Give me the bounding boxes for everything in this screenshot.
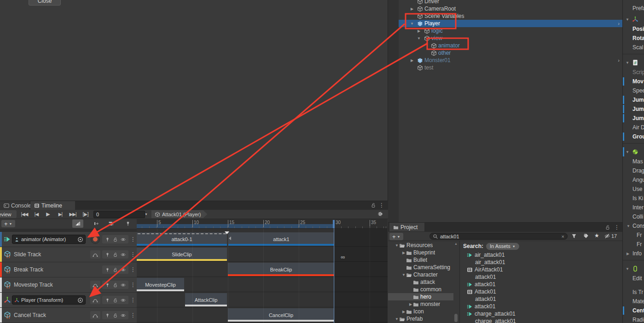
search-result-attack01[interactable]: Attack01: [460, 288, 622, 295]
hierarchy-item-animator[interactable]: animator: [399, 42, 622, 49]
clip-attackclip[interactable]: AttackClip: [185, 293, 227, 306]
foldout-right-icon[interactable]: ▶: [627, 252, 629, 256]
inspector-field-cons[interactable]: ▼Cons: [623, 221, 644, 231]
mute-eye-icon[interactable]: [121, 298, 126, 303]
clip-breakclip[interactable]: BreakClip: [228, 263, 334, 276]
preview-toggle[interactable]: Preview: [0, 210, 17, 218]
lock-icon[interactable]: [113, 267, 118, 272]
folder-item-prefab[interactable]: ▼Prefab: [388, 315, 453, 323]
tab-timeline[interactable]: Timeline: [30, 201, 75, 210]
lock-icon[interactable]: [113, 237, 118, 242]
search-result-airattack01[interactable]: AirAttack01: [460, 266, 622, 273]
search-result-attack01[interactable]: attack01: [460, 303, 622, 310]
next-frame-button[interactable]: ▶|: [55, 210, 65, 218]
search-result-attack01[interactable]: attack01: [460, 273, 622, 281]
hidden-count-eye-icon[interactable]: [604, 233, 610, 239]
hierarchy-item-cameraroot[interactable]: ▶CameraRoot: [399, 5, 622, 12]
mute-eye-icon[interactable]: [121, 267, 126, 272]
ripple-mode-button[interactable]: [91, 219, 102, 228]
track-binding-field[interactable]: animator (Animator): [12, 235, 86, 244]
track-header-cancel-track[interactable]: {}Cancel Track⋮: [0, 308, 137, 323]
timeline-end-marker[interactable]: [333, 220, 335, 228]
scrollbar-thumb[interactable]: [454, 314, 458, 322]
hierarchy-item-other[interactable]: other: [399, 49, 622, 57]
timeline-breadcrumb[interactable]: Attack01 (Player): [151, 210, 207, 218]
component-header-capsule[interactable]: ▼: [623, 264, 644, 274]
tree-scrollbar[interactable]: ▲: [454, 242, 458, 322]
track-kebab-icon[interactable]: ⋮: [130, 267, 136, 272]
clip-slideclip[interactable]: SlideClip: [137, 248, 227, 261]
replace-mode-button[interactable]: [105, 219, 116, 228]
track-binding-field[interactable]: Player (Transform): [12, 295, 86, 305]
lock-icon[interactable]: [605, 225, 610, 230]
foldout-down-icon[interactable]: ▼: [627, 224, 630, 228]
clip-attack1[interactable]: attack1: [228, 232, 334, 246]
hierarchy-item-player[interactable]: ▼Player›: [399, 20, 622, 27]
pin-icon[interactable]: [105, 298, 110, 303]
folder-item-camerasetting[interactable]: CameraSetting: [388, 264, 453, 271]
track-kebab-icon[interactable]: ⋮: [130, 297, 136, 303]
track-header-animator-animator-[interactable]: animator (Animator)⋮: [0, 232, 137, 247]
object-picker-target-icon[interactable]: [77, 297, 83, 303]
curves-toggle-button[interactable]: [90, 250, 100, 259]
play-range-button[interactable]: [▶]: [80, 210, 91, 218]
add-asset-button[interactable]: +▼: [389, 233, 403, 240]
folder-item-blueprint[interactable]: ▶Blueprint: [388, 249, 453, 256]
folder-item-bullet[interactable]: Bullet: [388, 256, 453, 264]
component-header-script[interactable]: ▼#: [623, 58, 644, 68]
prefab-open-chevron-icon[interactable]: ›: [618, 58, 620, 63]
foldout-down-icon[interactable]: ▼: [626, 150, 630, 154]
hierarchy-item-monster01[interactable]: ▶Monster01›: [399, 57, 622, 64]
frame-dropdown-caret[interactable]: ▼: [143, 210, 149, 218]
previous-frame-button[interactable]: |◀: [31, 210, 41, 218]
object-picker-target-icon[interactable]: [77, 236, 83, 242]
foldout-down-icon[interactable]: ▼: [401, 273, 406, 277]
folder-item-attack[interactable]: attack: [388, 278, 453, 286]
foldout-down-icon[interactable]: ▼: [626, 17, 630, 22]
pin-icon[interactable]: [105, 237, 110, 242]
track-header-player-transform-[interactable]: Player (Transform)⋮: [0, 293, 137, 307]
pin-icon[interactable]: [105, 252, 110, 257]
clear-search-icon[interactable]: ×: [562, 234, 564, 239]
track-kebab-icon[interactable]: ⋮: [130, 312, 136, 318]
pin-icon[interactable]: [105, 313, 110, 318]
foldout-right-icon[interactable]: ▶: [408, 302, 413, 306]
search-result-attack01[interactable]: attack01: [460, 295, 622, 303]
mix-mode-button[interactable]: [72, 219, 83, 228]
prefab-open-chevron-icon[interactable]: ›: [618, 21, 620, 26]
search-scope-chip[interactable]: In Assets▼: [486, 243, 519, 250]
inspector-field-info[interactable]: ▶Info: [623, 249, 644, 258]
tab-console[interactable]: Console: [0, 201, 29, 210]
folder-item-icon[interactable]: ▶Icon: [388, 308, 453, 315]
project-kebab-icon[interactable]: ⋮: [614, 225, 620, 230]
search-result-air_attack01[interactable]: air_attack01: [460, 259, 622, 266]
track-header-movestep-track[interactable]: {}Movestep Track⋮: [0, 277, 137, 292]
tab-project[interactable]: Project: [389, 223, 424, 231]
track-header-slide-track[interactable]: {}Slide Track⋮: [0, 247, 137, 262]
foldout-down-icon[interactable]: ▼: [626, 267, 630, 271]
skip-to-end-button[interactable]: ▶▶|: [67, 210, 79, 218]
search-result-charge_attack01[interactable]: charge_attack01: [460, 317, 622, 323]
component-header-transform[interactable]: ▼: [623, 14, 644, 24]
record-button[interactable]: [91, 235, 100, 244]
scroll-up-arrow-icon[interactable]: ▲: [454, 242, 458, 245]
close-button[interactable]: Close: [29, 0, 61, 6]
hierarchy-item-driver[interactable]: Driver: [399, 0, 622, 5]
foldout-down-icon[interactable]: ▼: [395, 243, 399, 248]
foldout-down-icon[interactable]: ▼: [417, 36, 421, 40]
lock-icon[interactable]: [113, 313, 118, 318]
project-search-field[interactable]: attack01 ×: [429, 233, 568, 240]
track-kebab-icon[interactable]: ⋮: [130, 236, 136, 242]
search-result-charge_attack01[interactable]: charge_attack01: [460, 310, 622, 317]
search-by-label-icon[interactable]: [583, 233, 589, 239]
hierarchy-item-view[interactable]: ▼view: [399, 35, 622, 42]
curves-toggle-button[interactable]: [90, 311, 100, 319]
mute-eye-icon[interactable]: [121, 252, 126, 257]
foldout-right-icon[interactable]: ▶: [410, 58, 414, 63]
clip-movestepclip[interactable]: MovestepClip: [137, 278, 184, 291]
track-kebab-icon[interactable]: ⋮: [130, 282, 136, 288]
marker-toggle-button[interactable]: [122, 219, 133, 228]
favorites-star-icon[interactable]: ★: [594, 232, 599, 239]
search-result-attack01[interactable]: attack01: [460, 281, 622, 288]
hierarchy-item-scene-variables[interactable]: Scene Variables: [399, 12, 622, 20]
